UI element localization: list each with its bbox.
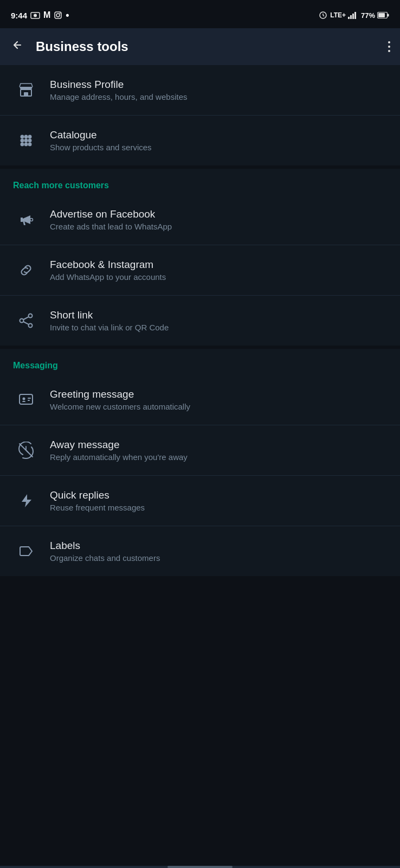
menu-item-short-link[interactable]: Short link Invite to chat via link or QR…	[0, 296, 400, 346]
section-messaging-header: Messaging	[0, 349, 400, 375]
svg-point-25	[28, 143, 32, 146]
battery-icon	[377, 12, 389, 18]
short-link-title: Short link	[50, 309, 387, 321]
catalogue-subtitle: Show products and services	[50, 143, 387, 152]
svg-point-3	[56, 14, 60, 17]
svg-point-23	[21, 143, 24, 146]
alarm-icon	[318, 11, 328, 20]
advertise-facebook-subtitle: Create ads that lead to WhatsApp	[50, 222, 387, 231]
svg-point-19	[28, 135, 32, 139]
business-profile-title: Business Profile	[50, 79, 387, 91]
svg-point-26	[30, 219, 33, 221]
facebook-instagram-text: Facebook & Instagram Add WhatsApp to you…	[50, 259, 387, 282]
label-icon	[13, 538, 39, 564]
facebook-instagram-title: Facebook & Instagram	[50, 259, 387, 271]
svg-rect-32	[20, 394, 33, 404]
lte-indicator: LTE+	[330, 11, 346, 19]
svg-point-24	[24, 143, 28, 146]
svg-point-28	[20, 319, 24, 323]
advertise-facebook-text: Advertise on Facebook Create ads that le…	[50, 208, 387, 231]
svg-point-18	[24, 135, 28, 139]
svg-point-22	[28, 139, 32, 143]
dot-notification: •	[66, 10, 69, 21]
status-time: 9:44 M •	[11, 10, 69, 21]
away-message-title: Away message	[50, 439, 387, 451]
quick-replies-title: Quick replies	[50, 489, 387, 501]
svg-rect-16	[24, 92, 28, 96]
menu-item-business-profile[interactable]: Business Profile Manage address, hours, …	[0, 65, 400, 115]
back-arrow-icon	[10, 37, 25, 53]
svg-rect-34	[28, 398, 31, 399]
instagram-icon	[54, 11, 62, 20]
status-bar: 9:44 M • LTE+ 77%	[0, 0, 400, 28]
store-icon	[13, 77, 39, 103]
short-link-text: Short link Invite to chat via link or QR…	[50, 309, 387, 332]
menu-item-facebook-instagram[interactable]: Facebook & Instagram Add WhatsApp to you…	[0, 245, 400, 295]
more-options-button[interactable]	[388, 41, 390, 52]
svg-point-29	[29, 324, 33, 328]
svg-rect-9	[350, 15, 352, 19]
status-right-icons: LTE+ 77%	[318, 11, 389, 20]
svg-point-27	[29, 314, 33, 318]
section-messaging: Messaging Greeting message Welcome new c…	[0, 349, 400, 576]
share-icon	[13, 308, 39, 334]
svg-rect-10	[352, 14, 354, 19]
short-link-subtitle: Invite to chat via link or QR Code	[50, 323, 387, 332]
menu-item-greeting-message[interactable]: Greeting message Welcome new customers a…	[0, 375, 400, 425]
away-icon	[13, 437, 39, 463]
svg-rect-11	[354, 12, 356, 19]
section-reach-header: Reach more customers	[0, 169, 400, 195]
link-icon	[13, 257, 39, 283]
svg-point-20	[21, 139, 24, 143]
svg-point-33	[23, 398, 25, 400]
greeting-message-text: Greeting message Welcome new customers a…	[50, 388, 387, 411]
quick-replies-subtitle: Reuse frequent messages	[50, 503, 387, 512]
back-button[interactable]	[10, 37, 25, 56]
svg-point-17	[21, 135, 24, 139]
svg-point-21	[24, 139, 28, 143]
facebook-instagram-subtitle: Add WhatsApp to your accounts	[50, 272, 387, 282]
bolt-icon	[13, 488, 39, 514]
menu-item-quick-replies[interactable]: Quick replies Reuse frequent messages	[0, 476, 400, 526]
svg-line-31	[23, 322, 28, 324]
signal-icon	[348, 11, 359, 19]
advertise-facebook-title: Advertise on Facebook	[50, 208, 387, 220]
greeting-icon	[13, 387, 39, 413]
business-profile-text: Business Profile Manage address, hours, …	[50, 79, 387, 101]
away-message-subtitle: Reply automatically when you're away	[50, 452, 387, 462]
page-header: Business tools	[0, 28, 400, 65]
menu-item-catalogue[interactable]: Catalogue Show products and services	[0, 116, 400, 165]
svg-rect-13	[378, 13, 385, 17]
section-top: Business Profile Manage address, hours, …	[0, 65, 400, 165]
grid-icon	[13, 127, 39, 154]
svg-point-1	[34, 14, 37, 17]
section-reach: Reach more customers Advertise on Facebo…	[0, 169, 400, 346]
svg-rect-14	[388, 14, 389, 17]
svg-point-4	[60, 13, 61, 14]
gmail-icon: M	[43, 10, 50, 20]
photo-icon	[30, 11, 40, 20]
main-content: Business Profile Manage address, hours, …	[0, 65, 400, 576]
catalogue-text: Catalogue Show products and services	[50, 129, 387, 152]
labels-text: Labels Organize chats and customers	[50, 540, 387, 563]
svg-line-7	[323, 15, 324, 16]
menu-item-advertise-facebook[interactable]: Advertise on Facebook Create ads that le…	[0, 195, 400, 245]
quick-replies-text: Quick replies Reuse frequent messages	[50, 489, 387, 512]
svg-rect-35	[28, 400, 30, 401]
page-title: Business tools	[36, 39, 388, 54]
catalogue-title: Catalogue	[50, 129, 387, 141]
labels-title: Labels	[50, 540, 387, 552]
svg-rect-8	[348, 17, 350, 19]
labels-subtitle: Organize chats and customers	[50, 553, 387, 563]
menu-item-away-message[interactable]: Away message Reply automatically when yo…	[0, 425, 400, 475]
business-profile-subtitle: Manage address, hours, and websites	[50, 92, 387, 101]
megaphone-icon	[13, 207, 39, 233]
scroll-indicator	[0, 866, 400, 868]
battery-percentage: 77%	[361, 11, 375, 20]
greeting-message-title: Greeting message	[50, 388, 387, 400]
svg-line-30	[23, 317, 28, 320]
scroll-thumb	[167, 866, 233, 868]
away-message-text: Away message Reply automatically when yo…	[50, 439, 387, 462]
greeting-message-subtitle: Welcome new customers automatically	[50, 402, 387, 411]
menu-item-labels[interactable]: Labels Organize chats and customers	[0, 526, 400, 576]
